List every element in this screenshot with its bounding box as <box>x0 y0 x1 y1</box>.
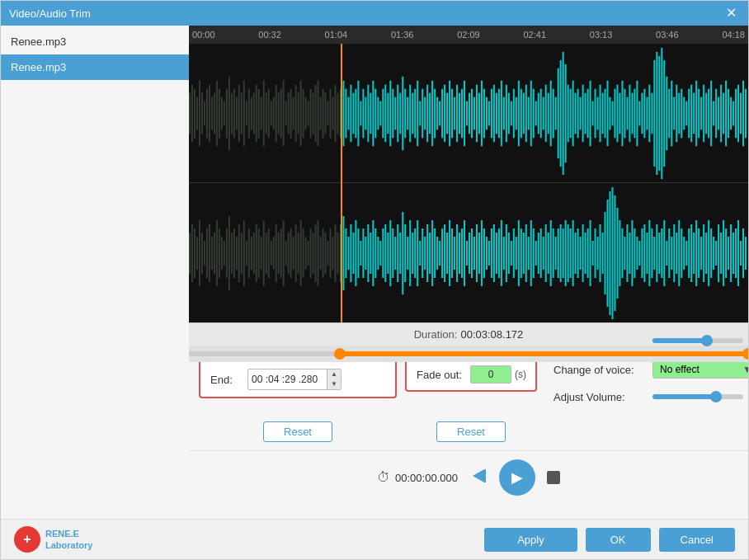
svg-rect-244 <box>233 228 235 278</box>
sidebar-item-2[interactable]: Renee.mp3 <box>1 54 189 80</box>
fade-out-input[interactable] <box>470 365 511 384</box>
end-spinner-down[interactable]: ▼ <box>327 379 341 389</box>
svg-rect-371 <box>548 233 549 274</box>
svg-rect-185 <box>646 97 648 130</box>
stop-button[interactable] <box>547 471 560 484</box>
svg-rect-430 <box>693 233 695 274</box>
trim-handle-start[interactable] <box>334 348 346 360</box>
svg-rect-189 <box>656 52 657 175</box>
svg-rect-378 <box>565 220 567 286</box>
svg-rect-357 <box>513 228 515 278</box>
play-button[interactable]: ▶ <box>499 459 535 496</box>
svg-rect-441 <box>720 233 722 274</box>
cancel-button[interactable]: Cancel <box>659 528 735 552</box>
svg-rect-276 <box>313 233 314 274</box>
timeline-ruler: 00:00 00:32 01:04 01:36 02:09 02:41 03:1… <box>189 26 748 44</box>
svg-rect-145 <box>548 93 549 134</box>
sidebar-item-1[interactable]: Renee.mp3 <box>1 29 189 54</box>
svg-rect-169 <box>607 81 609 147</box>
svg-rect-216 <box>723 93 724 134</box>
svg-rect-202 <box>688 89 690 139</box>
svg-rect-117 <box>478 93 480 134</box>
svg-rect-162 <box>590 81 591 147</box>
svg-rect-88 <box>407 97 408 130</box>
svg-rect-210 <box>708 89 709 139</box>
svg-rect-274 <box>308 241 309 266</box>
svg-rect-262 <box>278 233 280 274</box>
svg-rect-245 <box>236 237 238 270</box>
apply-button[interactable]: Apply <box>484 528 577 552</box>
svg-rect-92 <box>417 81 418 147</box>
svg-rect-113 <box>469 93 470 134</box>
export-icon <box>469 467 488 485</box>
svg-rect-296 <box>362 228 364 278</box>
end-time-input-group[interactable]: ▲ ▼ <box>247 369 342 390</box>
svg-rect-238 <box>219 228 220 278</box>
svg-rect-139 <box>533 89 535 139</box>
svg-rect-111 <box>464 81 465 147</box>
end-spinner-up[interactable]: ▲ <box>327 369 341 379</box>
svg-rect-204 <box>693 93 695 134</box>
svg-rect-135 <box>523 93 525 134</box>
svg-rect-197 <box>676 85 677 143</box>
end-row: End: ▲ ▼ <box>210 369 385 390</box>
svg-rect-353 <box>503 237 505 270</box>
svg-rect-289 <box>345 228 346 278</box>
svg-rect-124 <box>496 93 497 134</box>
trim-slider-track[interactable] <box>189 351 748 356</box>
voice-select[interactable]: No effect ▼ <box>652 360 748 379</box>
svg-rect-270 <box>298 233 299 274</box>
svg-rect-414 <box>653 237 655 270</box>
svg-rect-363 <box>528 237 530 270</box>
svg-rect-388 <box>590 220 591 286</box>
svg-rect-188 <box>653 60 655 167</box>
playhead[interactable] <box>341 44 342 322</box>
svg-rect-398 <box>614 195 615 311</box>
speed-slider-thumb[interactable] <box>701 335 713 346</box>
svg-rect-29 <box>261 97 262 130</box>
svg-rect-214 <box>718 97 719 130</box>
marker-0: 00:00 <box>192 30 215 40</box>
svg-rect-212 <box>713 101 714 126</box>
svg-rect-0 <box>189 93 191 134</box>
trim-reset-button[interactable]: Reset <box>263 421 332 442</box>
svg-rect-10 <box>214 93 215 134</box>
waveform-svg-top <box>189 44 748 182</box>
trim-handle-end[interactable] <box>742 348 748 360</box>
fade-reset-button[interactable]: Reset <box>436 421 506 442</box>
svg-rect-236 <box>214 233 215 274</box>
svg-rect-444 <box>728 237 729 270</box>
volume-slider-track[interactable] <box>652 394 743 399</box>
volume-slider-thumb[interactable] <box>710 391 722 402</box>
svg-rect-192 <box>663 60 665 167</box>
svg-rect-324 <box>431 220 433 286</box>
svg-rect-222 <box>737 85 739 143</box>
svg-rect-374 <box>555 237 557 270</box>
svg-rect-231 <box>201 233 203 274</box>
svg-rect-187 <box>651 93 652 134</box>
svg-rect-440 <box>718 224 719 282</box>
svg-rect-20 <box>238 85 240 143</box>
ok-button[interactable]: OK <box>586 528 651 552</box>
trim-slider-row[interactable] <box>189 346 748 362</box>
svg-rect-341 <box>473 237 475 270</box>
end-time-input[interactable] <box>248 371 327 388</box>
svg-rect-345 <box>483 228 485 278</box>
svg-rect-116 <box>476 85 478 143</box>
waveform-tracks[interactable] <box>189 44 748 322</box>
speed-slider-track[interactable] <box>652 338 743 343</box>
svg-rect-304 <box>382 228 384 278</box>
close-button[interactable]: ✕ <box>723 7 740 20</box>
svg-rect-209 <box>705 93 707 134</box>
svg-rect-334 <box>456 224 458 282</box>
svg-rect-9 <box>211 97 213 130</box>
svg-rect-176 <box>624 89 625 139</box>
svg-rect-401 <box>621 228 623 278</box>
volume-label: Adjust Volume: <box>554 391 652 403</box>
svg-rect-196 <box>673 97 675 130</box>
svg-rect-66 <box>352 93 354 134</box>
svg-rect-36 <box>278 93 280 134</box>
svg-rect-13 <box>221 97 223 130</box>
export-button[interactable] <box>469 467 488 489</box>
svg-rect-405 <box>631 220 633 286</box>
